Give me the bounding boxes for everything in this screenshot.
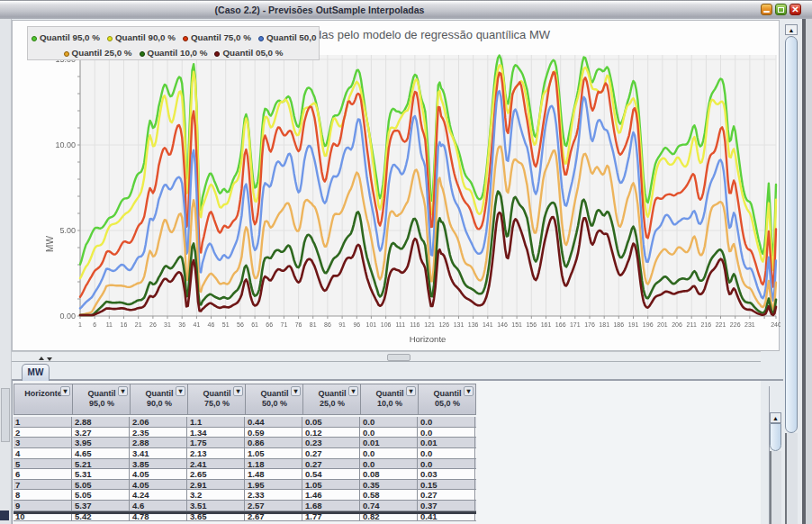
svg-text:21: 21 <box>135 321 142 328</box>
svg-text:231: 231 <box>744 321 755 328</box>
svg-text:81: 81 <box>310 321 317 328</box>
svg-text:31: 31 <box>164 321 171 328</box>
svg-text:5.00: 5.00 <box>59 226 76 235</box>
svg-text:216: 216 <box>701 321 712 328</box>
svg-text:156: 156 <box>526 321 537 328</box>
svg-text:11: 11 <box>106 321 113 328</box>
svg-text:91: 91 <box>338 321 346 328</box>
svg-text:240: 240 <box>771 321 780 328</box>
svg-text:0.00: 0.00 <box>59 312 76 321</box>
svg-text:10.00: 10.00 <box>55 140 76 149</box>
svg-text:206: 206 <box>672 321 682 328</box>
svg-text:226: 226 <box>730 321 741 328</box>
svg-text:131: 131 <box>454 321 465 328</box>
svg-text:51: 51 <box>222 321 230 328</box>
svg-text:196: 196 <box>643 321 654 328</box>
svg-text:171: 171 <box>570 321 581 328</box>
svg-text:146: 146 <box>497 321 508 328</box>
svg-text:Horizonte: Horizonte <box>410 334 447 344</box>
svg-text:126: 126 <box>438 321 449 328</box>
svg-text:141: 141 <box>483 321 493 328</box>
svg-text:41: 41 <box>194 321 201 328</box>
svg-text:36: 36 <box>178 321 185 328</box>
svg-text:6: 6 <box>93 321 96 328</box>
svg-text:111: 111 <box>395 321 405 328</box>
svg-text:96: 96 <box>353 321 360 328</box>
svg-text:191: 191 <box>628 321 639 328</box>
svg-text:176: 176 <box>584 321 595 328</box>
svg-text:61: 61 <box>251 321 258 328</box>
svg-text:211: 211 <box>687 321 697 328</box>
svg-text:186: 186 <box>613 321 624 328</box>
svg-text:136: 136 <box>468 321 479 328</box>
svg-text:46: 46 <box>208 321 215 328</box>
svg-text:166: 166 <box>555 321 566 328</box>
svg-text:151: 151 <box>511 321 522 328</box>
svg-text:16: 16 <box>121 321 128 328</box>
svg-text:106: 106 <box>381 321 392 328</box>
svg-text:86: 86 <box>324 321 331 328</box>
svg-text:181: 181 <box>599 321 609 328</box>
svg-text:161: 161 <box>541 321 552 328</box>
svg-text:66: 66 <box>266 321 273 328</box>
svg-text:101: 101 <box>366 321 377 328</box>
svg-text:76: 76 <box>295 321 302 328</box>
svg-text:56: 56 <box>237 321 244 328</box>
svg-text:116: 116 <box>410 321 420 328</box>
svg-text:26: 26 <box>149 321 157 328</box>
svg-text:71: 71 <box>281 321 288 328</box>
svg-text:121: 121 <box>424 321 435 328</box>
svg-text:MW: MW <box>45 236 55 252</box>
svg-text:1: 1 <box>78 321 82 328</box>
svg-text:201: 201 <box>657 321 668 328</box>
svg-text:221: 221 <box>716 321 726 328</box>
